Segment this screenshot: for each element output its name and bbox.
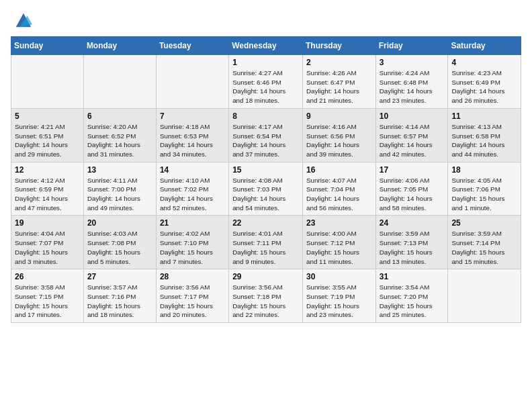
week-row: 12Sunrise: 4:12 AM Sunset: 6:59 PM Dayli… (11, 162, 521, 216)
day-info: Sunrise: 3:54 AM Sunset: 7:20 PM Dayligh… (380, 283, 445, 320)
day-number: 30 (306, 272, 372, 281)
day-info: Sunrise: 3:57 AM Sunset: 7:16 PM Dayligh… (87, 283, 152, 320)
day-info: Sunrise: 4:13 AM Sunset: 6:58 PM Dayligh… (451, 122, 517, 159)
day-number: 14 (160, 165, 225, 175)
day-number: 4 (451, 58, 517, 67)
day-number: 1 (232, 58, 299, 67)
header-day: Sunday (11, 37, 84, 55)
day-info: Sunrise: 3:56 AM Sunset: 7:18 PM Dayligh… (232, 283, 299, 320)
calendar-cell: 16Sunrise: 4:07 AM Sunset: 7:04 PM Dayli… (303, 162, 376, 216)
calendar-cell: 18Sunrise: 4:05 AM Sunset: 7:06 PM Dayli… (448, 162, 521, 216)
day-info: Sunrise: 4:27 AM Sunset: 6:46 PM Dayligh… (232, 68, 299, 105)
day-number: 9 (306, 111, 372, 121)
calendar-cell: 27Sunrise: 3:57 AM Sunset: 7:16 PM Dayli… (83, 269, 156, 323)
calendar-cell: 15Sunrise: 4:08 AM Sunset: 7:03 PM Dayli… (229, 162, 303, 216)
header-day: Friday (375, 37, 448, 55)
day-info: Sunrise: 4:05 AM Sunset: 7:06 PM Dayligh… (451, 176, 517, 213)
day-number: 11 (451, 111, 517, 121)
calendar-cell: 23Sunrise: 4:00 AM Sunset: 7:12 PM Dayli… (303, 216, 376, 269)
header-day: Monday (83, 37, 156, 55)
day-number: 31 (380, 272, 445, 281)
day-number: 12 (15, 165, 80, 175)
day-number: 5 (15, 111, 80, 121)
day-info: Sunrise: 4:07 AM Sunset: 7:04 PM Dayligh… (306, 176, 372, 213)
day-number: 8 (232, 111, 299, 121)
day-info: Sunrise: 4:16 AM Sunset: 6:56 PM Dayligh… (306, 122, 372, 159)
day-info: Sunrise: 3:55 AM Sunset: 7:19 PM Dayligh… (306, 283, 372, 320)
day-number: 15 (232, 165, 299, 175)
day-info: Sunrise: 4:06 AM Sunset: 7:05 PM Dayligh… (380, 176, 445, 213)
calendar-cell: 2Sunrise: 4:26 AM Sunset: 6:47 PM Daylig… (303, 55, 376, 109)
calendar-body: 1Sunrise: 4:27 AM Sunset: 6:46 PM Daylig… (11, 55, 521, 323)
week-row: 26Sunrise: 3:58 AM Sunset: 7:15 PM Dayli… (11, 269, 521, 323)
day-info: Sunrise: 4:03 AM Sunset: 7:08 PM Dayligh… (87, 229, 152, 266)
logo-icon (13, 11, 32, 30)
calendar-header: SundayMondayTuesdayWednesdayThursdayFrid… (11, 37, 521, 55)
page-header (11, 11, 521, 30)
week-row: 5Sunrise: 4:21 AM Sunset: 6:51 PM Daylig… (11, 108, 521, 162)
calendar-cell: 6Sunrise: 4:20 AM Sunset: 6:52 PM Daylig… (83, 108, 156, 162)
day-number: 16 (306, 165, 372, 175)
calendar-cell: 17Sunrise: 4:06 AM Sunset: 7:05 PM Dayli… (375, 162, 448, 216)
day-info: Sunrise: 4:08 AM Sunset: 7:03 PM Dayligh… (232, 176, 299, 213)
day-info: Sunrise: 3:56 AM Sunset: 7:17 PM Dayligh… (160, 283, 225, 320)
calendar-cell (11, 55, 84, 109)
calendar-cell: 8Sunrise: 4:17 AM Sunset: 6:54 PM Daylig… (229, 108, 303, 162)
day-info: Sunrise: 4:26 AM Sunset: 6:47 PM Dayligh… (306, 68, 372, 105)
calendar-cell: 1Sunrise: 4:27 AM Sunset: 6:46 PM Daylig… (229, 55, 303, 109)
day-info: Sunrise: 4:11 AM Sunset: 7:00 PM Dayligh… (87, 176, 152, 213)
day-number: 2 (306, 58, 372, 67)
day-info: Sunrise: 4:23 AM Sunset: 6:49 PM Dayligh… (451, 68, 517, 105)
day-number: 20 (87, 218, 152, 228)
calendar-cell: 25Sunrise: 3:59 AM Sunset: 7:14 PM Dayli… (448, 216, 521, 269)
calendar-table: SundayMondayTuesdayWednesdayThursdayFrid… (11, 36, 521, 323)
header-day: Tuesday (156, 37, 228, 55)
day-number: 21 (160, 218, 225, 228)
day-info: Sunrise: 4:18 AM Sunset: 6:53 PM Dayligh… (160, 122, 225, 159)
day-info: Sunrise: 4:12 AM Sunset: 6:59 PM Dayligh… (15, 176, 80, 213)
calendar-cell: 20Sunrise: 4:03 AM Sunset: 7:08 PM Dayli… (83, 216, 156, 269)
calendar-cell: 30Sunrise: 3:55 AM Sunset: 7:19 PM Dayli… (303, 269, 376, 323)
day-info: Sunrise: 4:02 AM Sunset: 7:10 PM Dayligh… (160, 229, 225, 266)
day-info: Sunrise: 4:04 AM Sunset: 7:07 PM Dayligh… (15, 229, 80, 266)
day-number: 6 (87, 111, 152, 121)
day-info: Sunrise: 3:59 AM Sunset: 7:13 PM Dayligh… (380, 229, 445, 266)
day-number: 29 (232, 272, 299, 281)
day-info: Sunrise: 4:00 AM Sunset: 7:12 PM Dayligh… (306, 229, 372, 266)
calendar-cell (156, 55, 228, 109)
calendar-cell: 12Sunrise: 4:12 AM Sunset: 6:59 PM Dayli… (11, 162, 84, 216)
day-number: 28 (160, 272, 225, 281)
calendar-cell: 5Sunrise: 4:21 AM Sunset: 6:51 PM Daylig… (11, 108, 84, 162)
calendar-cell (83, 55, 156, 109)
header-row: SundayMondayTuesdayWednesdayThursdayFrid… (11, 37, 521, 55)
day-info: Sunrise: 3:58 AM Sunset: 7:15 PM Dayligh… (15, 283, 80, 320)
calendar-cell: 11Sunrise: 4:13 AM Sunset: 6:58 PM Dayli… (448, 108, 521, 162)
calendar-cell: 19Sunrise: 4:04 AM Sunset: 7:07 PM Dayli… (11, 216, 84, 269)
week-row: 19Sunrise: 4:04 AM Sunset: 7:07 PM Dayli… (11, 216, 521, 269)
calendar-cell: 9Sunrise: 4:16 AM Sunset: 6:56 PM Daylig… (303, 108, 376, 162)
day-info: Sunrise: 4:21 AM Sunset: 6:51 PM Dayligh… (15, 122, 80, 159)
calendar-cell: 22Sunrise: 4:01 AM Sunset: 7:11 PM Dayli… (229, 216, 303, 269)
day-number: 23 (306, 218, 372, 228)
calendar-cell: 10Sunrise: 4:14 AM Sunset: 6:57 PM Dayli… (375, 108, 448, 162)
calendar-cell: 28Sunrise: 3:56 AM Sunset: 7:17 PM Dayli… (156, 269, 228, 323)
day-number: 17 (380, 165, 445, 175)
calendar-cell: 3Sunrise: 4:24 AM Sunset: 6:48 PM Daylig… (375, 55, 448, 109)
day-info: Sunrise: 4:20 AM Sunset: 6:52 PM Dayligh… (87, 122, 152, 159)
day-info: Sunrise: 4:01 AM Sunset: 7:11 PM Dayligh… (232, 229, 299, 266)
day-info: Sunrise: 4:14 AM Sunset: 6:57 PM Dayligh… (380, 122, 445, 159)
header-day: Thursday (303, 37, 376, 55)
day-number: 27 (87, 272, 152, 281)
day-number: 25 (451, 218, 517, 228)
calendar-cell: 26Sunrise: 3:58 AM Sunset: 7:15 PM Dayli… (11, 269, 84, 323)
day-info: Sunrise: 4:10 AM Sunset: 7:02 PM Dayligh… (160, 176, 225, 213)
day-number: 22 (232, 218, 299, 228)
header-day: Saturday (448, 37, 521, 55)
calendar-cell (448, 269, 521, 323)
week-row: 1Sunrise: 4:27 AM Sunset: 6:46 PM Daylig… (11, 55, 521, 109)
day-number: 7 (160, 111, 225, 121)
day-number: 26 (15, 272, 80, 281)
day-info: Sunrise: 3:59 AM Sunset: 7:14 PM Dayligh… (451, 229, 517, 266)
day-info: Sunrise: 4:17 AM Sunset: 6:54 PM Dayligh… (232, 122, 299, 159)
calendar-cell: 31Sunrise: 3:54 AM Sunset: 7:20 PM Dayli… (375, 269, 448, 323)
